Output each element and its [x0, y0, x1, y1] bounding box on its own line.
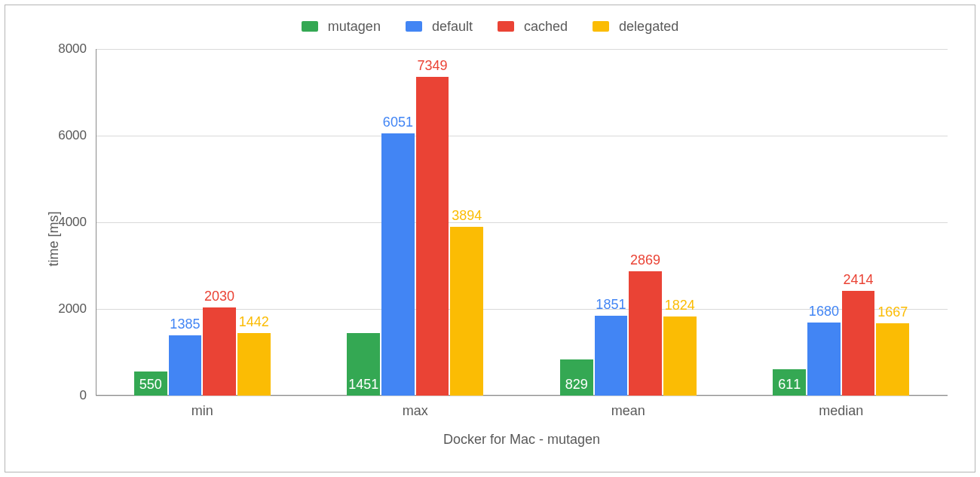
bar-value-label: 1667 — [877, 304, 908, 320]
bar-default: 1851 — [595, 316, 628, 396]
legend-item-mutagen: mutagen — [302, 19, 381, 35]
y-tick-label: 6000 — [41, 128, 87, 143]
bar-value-label: 2030 — [204, 289, 234, 304]
bar-mutagen: 550 — [134, 372, 167, 396]
bar-value-label: 2414 — [844, 272, 874, 288]
gridline — [96, 136, 948, 136]
bar-value-label: 3894 — [452, 208, 482, 224]
bar-default: 6051 — [381, 133, 415, 396]
y-tick-label: 8000 — [41, 41, 87, 57]
bar-value-label: 550 — [139, 377, 162, 393]
plot-area: Docker for Mac - mutagen 020004000600080… — [96, 49, 948, 396]
legend-item-default: default — [406, 19, 473, 35]
legend-item-delegated: delegated — [593, 19, 678, 35]
legend-swatch-mutagen — [302, 21, 318, 32]
bar-value-label: 1385 — [170, 316, 200, 332]
bar-value-label: 1851 — [596, 297, 626, 313]
bar-value-label: 1442 — [239, 314, 269, 330]
bar-value-label: 2869 — [630, 252, 660, 268]
bar-cached: 2030 — [203, 307, 236, 396]
x-tick-label: mean — [611, 403, 645, 419]
bar-default: 1385 — [169, 335, 202, 396]
bar-value-label: 1680 — [809, 304, 839, 320]
y-tick-label: 0 — [41, 388, 87, 403]
y-tick-label: 4000 — [41, 215, 87, 230]
bar-value-label: 6051 — [383, 115, 413, 130]
x-tick-label: median — [819, 403, 863, 419]
legend-label: delegated — [619, 19, 678, 34]
bar-delegated: 1824 — [663, 316, 697, 396]
bar-cached: 2869 — [629, 271, 662, 396]
x-tick-label: max — [403, 403, 428, 419]
legend-swatch-cached — [498, 21, 514, 32]
bar-mutagen: 611 — [773, 369, 806, 396]
bar-default: 1680 — [807, 323, 841, 396]
legend-swatch-default — [406, 21, 422, 32]
legend-label: mutagen — [328, 19, 381, 34]
bar-cached: 2414 — [842, 291, 875, 396]
bar-value-label: 611 — [778, 377, 801, 393]
bar-cached: 7349 — [416, 77, 449, 396]
bar-mutagen: 829 — [560, 359, 593, 396]
bar-value-label: 7349 — [418, 58, 448, 74]
legend-label: cached — [524, 19, 568, 34]
legend: mutagen default cached delegated — [5, 19, 975, 35]
gridline — [96, 396, 948, 396]
bar-mutagen: 1451 — [347, 333, 380, 396]
bar-value-label: 1824 — [665, 298, 695, 313]
x-tick-label: min — [191, 403, 213, 419]
y-tick-label: 2000 — [41, 301, 87, 316]
bar-delegated: 1667 — [876, 323, 909, 396]
bar-value-label: 1451 — [348, 377, 378, 393]
legend-item-cached: cached — [498, 19, 568, 35]
y-axis — [96, 49, 96, 396]
gridline — [96, 49, 948, 50]
bar-delegated: 3894 — [450, 227, 483, 396]
legend-swatch-delegated — [593, 21, 609, 32]
x-axis-title: Docker for Mac - mutagen — [96, 432, 948, 448]
gridline — [96, 222, 948, 223]
bar-delegated: 1442 — [237, 333, 271, 396]
bar-value-label: 829 — [565, 377, 588, 393]
legend-label: default — [432, 19, 473, 34]
chart-frame: mutagen default cached delegated time [m… — [5, 5, 975, 472]
